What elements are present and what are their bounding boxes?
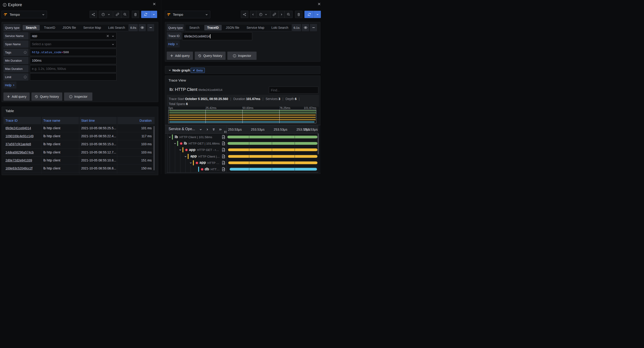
- svg-text:LOG: LOG: [222, 137, 225, 138]
- svg-text:LOG: LOG: [222, 156, 225, 157]
- svg-text:LOG: LOG: [222, 169, 225, 170]
- svg-text:LOG: LOG: [222, 143, 225, 145]
- svg-text:LOG: LOG: [222, 162, 225, 164]
- svg-text:LOG: LOG: [222, 150, 225, 151]
